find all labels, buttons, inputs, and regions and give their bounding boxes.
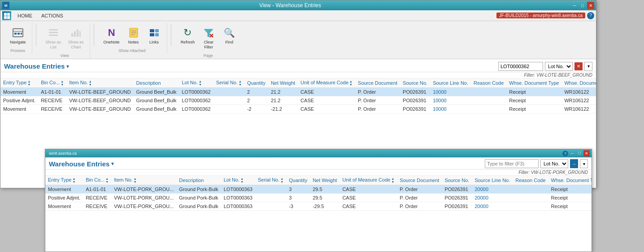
second-col-source-document[interactable]: Source Document: [397, 176, 442, 185]
col-entry-type[interactable]: Entry Type▲▼: [0, 78, 38, 88]
second-help-button[interactable]: ?: [562, 151, 568, 156]
second-maximize-button[interactable]: □: [576, 150, 583, 156]
page-title[interactable]: Warehouse Entries: [4, 62, 65, 70]
maximize-button[interactable]: □: [579, 2, 586, 9]
second-window: win8.axentia.ca ? ─ □ ✕ Warehouse Entrie…: [45, 149, 592, 252]
second-col-whse-doc-type[interactable]: Whse. Document Type: [548, 176, 592, 185]
second-col-entry-type[interactable]: Entry Type▲▼: [45, 176, 83, 185]
refresh-label: Refresh: [181, 40, 195, 45]
page-title-arrow[interactable]: ▾: [66, 63, 69, 70]
second-col-quantity[interactable]: Quantity: [286, 176, 310, 185]
col-quantity[interactable]: Quantity: [244, 78, 268, 88]
col-uom-code[interactable]: Unit of Measure Code▲▼: [298, 78, 355, 88]
onenote-button[interactable]: N OneNote: [100, 25, 123, 47]
notes-button[interactable]: Notes: [124, 25, 144, 47]
second-col-net-weight[interactable]: Net Weight: [310, 176, 339, 185]
second-col-source-line-no[interactable]: Source Line No.: [472, 176, 513, 185]
cell-whse_doc_no: WR106122: [561, 104, 596, 113]
filter-clear-button[interactable]: ✕: [574, 62, 583, 70]
table-row[interactable]: Positive Adjmt.RECEIVEVW-LOTE-PORK_GROU.…: [45, 194, 592, 202]
find-button[interactable]: 🔍 Find: [219, 25, 239, 47]
notes-label: Notes: [128, 40, 139, 45]
navigate-icon: [12, 26, 24, 39]
show-as-chart-icon: [70, 26, 82, 39]
show-as-list-button[interactable]: Show asList: [43, 25, 65, 52]
table-row[interactable]: MovementRECEIVEVW-LOTE-PORK_GROU...Groun…: [45, 202, 592, 211]
second-col-source-no[interactable]: Source No.: [442, 176, 472, 185]
show-as-chart-button[interactable]: Show asChart: [65, 25, 87, 52]
cell-source_no: PO026391: [442, 185, 472, 194]
col-source-no[interactable]: Source No.: [400, 78, 430, 88]
second-minimize-button[interactable]: ─: [569, 150, 575, 156]
cell-source_document: P. Order: [355, 96, 400, 104]
second-col-uom-code[interactable]: Unit of Measure Code▲▼: [339, 176, 397, 185]
col-whse-doc-type[interactable]: Whse. Document Type: [506, 78, 561, 88]
ribbon-process-items: Navigate: [7, 25, 29, 47]
col-bin-code[interactable]: Bin Co...▲▼: [38, 78, 66, 88]
second-filter-field-select[interactable]: Lot No.: [540, 159, 568, 168]
cell-whse_doc_no: WR106122: [561, 96, 596, 104]
second-col-description[interactable]: Description: [176, 176, 221, 185]
second-col-item-no[interactable]: Item No.▲▼: [111, 176, 176, 185]
second-page-title-arrow[interactable]: ▾: [111, 161, 114, 167]
menu-bar-right: JF-BUILD2015 - amurphy-win8.axentia.ca ?: [496, 12, 594, 19]
minimize-button[interactable]: ─: [571, 2, 578, 9]
close-button[interactable]: ✕: [587, 2, 594, 9]
second-filter-go-button[interactable]: →: [570, 159, 578, 168]
clear-filter-button[interactable]: ClearFilter: [199, 25, 218, 52]
cell-source_no: PO026391: [400, 104, 430, 113]
second-filter-input[interactable]: [485, 159, 539, 168]
col-reason-code[interactable]: Reason Code: [471, 78, 506, 88]
col-lot-no[interactable]: Lot No.▲▼: [179, 78, 213, 88]
second-close-button[interactable]: ✕: [583, 150, 590, 156]
col-source-line-no[interactable]: Source Line No.: [430, 78, 471, 88]
svg-rect-11: [49, 35, 58, 36]
cell-item_no: VW-LOTE-BEEF_GROUND: [66, 87, 133, 96]
table-row[interactable]: Positive Adjmt.RECEIVEVW-LOTE-BEEF_GROUN…: [0, 96, 596, 104]
cell-source_line_no: 20000: [472, 202, 513, 211]
table-row[interactable]: MovementRECEIVEVW-LOTE-BEEF_GROUNDGround…: [0, 104, 596, 113]
show-as-list-icon: [47, 26, 60, 39]
second-table-container: Entry Type▲▼ Bin Co...▲▼ Item No.▲▼ Desc…: [45, 176, 592, 252]
col-net-weight[interactable]: Net Weight: [268, 78, 298, 88]
cell-uom_code: CASE: [298, 96, 355, 104]
cell-description: Ground Beef_Bulk: [134, 104, 179, 113]
links-button[interactable]: Links: [144, 25, 164, 47]
menu-actions[interactable]: ACTIONS: [37, 12, 68, 19]
cell-source_line_no: 10000: [430, 87, 471, 96]
col-serial-no[interactable]: Serial No.▲▼: [213, 78, 244, 88]
ribbon-section-view: Show asList Show asChart: [40, 23, 90, 59]
cell-quantity: -2: [244, 104, 268, 113]
second-col-lot-no[interactable]: Lot No.▲▼: [221, 176, 255, 185]
refresh-button[interactable]: ↻ Refresh: [178, 25, 198, 47]
col-item-no[interactable]: Item No.▲▼: [66, 78, 133, 88]
help-button[interactable]: ?: [587, 12, 594, 19]
second-page-title[interactable]: Warehouse Entries: [49, 160, 109, 168]
col-description[interactable]: Description: [134, 78, 179, 88]
svg-rect-22: [155, 29, 159, 32]
cell-item_no: VW-LOTE-BEEF_GROUND: [66, 104, 133, 113]
table-row[interactable]: MovementA1-01-01VW-LOTE-BEEF_GROUNDGroun…: [0, 87, 596, 96]
filter-field-select[interactable]: Lot No.: [545, 62, 573, 71]
second-col-reason-code[interactable]: Reason Code: [513, 176, 548, 185]
filter-expand-button[interactable]: ▾: [584, 62, 592, 71]
cell-lot_no: LOT0000363: [221, 185, 255, 194]
cell-entry_type: Positive Adjmt.: [0, 96, 38, 104]
cell-entry_type: Movement: [0, 104, 38, 113]
cell-source_line_no: 20000: [472, 194, 513, 202]
menu-home[interactable]: HOME: [13, 12, 37, 19]
svg-rect-15: [79, 31, 81, 37]
second-filter-expand-button[interactable]: ▾: [580, 159, 588, 168]
second-col-serial-no[interactable]: Serial No.▲▼: [255, 176, 286, 185]
sep3: [171, 24, 171, 46]
cell-source_line_no: 10000: [430, 104, 471, 113]
filter-input[interactable]: [498, 62, 543, 71]
find-icon: 🔍: [223, 26, 235, 39]
col-whse-doc-no[interactable]: Whse. Document No.: [561, 78, 596, 88]
notes-icon: [127, 26, 140, 39]
table-row[interactable]: MovementA1-01-01VW-LOTE-PORK_GROU...Grou…: [45, 185, 592, 194]
navigate-button[interactable]: Navigate: [7, 25, 29, 47]
cell-serial_no: [255, 185, 286, 194]
col-source-document[interactable]: Source Document: [355, 78, 400, 88]
second-col-bin-code[interactable]: Bin Co...▲▼: [83, 176, 111, 185]
